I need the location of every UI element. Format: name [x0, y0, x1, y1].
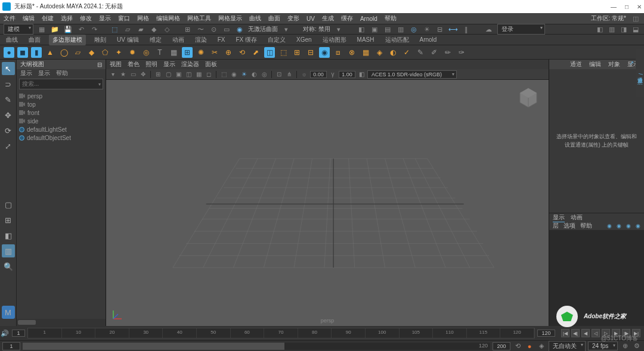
- menu-uv[interactable]: UV: [306, 15, 315, 22]
- account-dropdown[interactable]: 登录: [497, 24, 545, 35]
- outliner-menu-display[interactable]: 显示: [20, 69, 32, 77]
- snap-plane-icon[interactable]: ▭: [222, 24, 231, 34]
- shelf-combine-icon[interactable]: ⊞: [292, 47, 302, 58]
- vp-viewtransform-icon[interactable]: ◧: [357, 70, 366, 79]
- chevron-down-icon[interactable]: ▾: [334, 24, 343, 34]
- shelf-tab-render[interactable]: 渲染: [193, 35, 209, 45]
- shelf-soft-icon[interactable]: ✺: [196, 47, 206, 58]
- snap-curve-icon[interactable]: 〜: [196, 24, 205, 34]
- layout-four-icon[interactable]: ⊞: [2, 213, 15, 226]
- shelf-poly-cone-icon[interactable]: ▲: [45, 47, 55, 58]
- toggle-panel-icon[interactable]: ‖: [462, 24, 471, 34]
- shelf-poly-disc-icon[interactable]: ◆: [86, 47, 97, 58]
- vp-menu-lighting[interactable]: 照明: [145, 60, 157, 69]
- render-split-icon[interactable]: ⟷: [448, 24, 458, 34]
- shelf-gear-icon[interactable]: ✹: [127, 47, 138, 58]
- layout-outliner-icon[interactable]: ◧: [2, 229, 15, 242]
- play-prev-icon[interactable]: ◀: [581, 329, 590, 337]
- vp-xray-joints-icon[interactable]: ⋔: [285, 70, 293, 79]
- range-loop-icon[interactable]: ⟲: [513, 341, 522, 351]
- vp-image-plane-icon[interactable]: ▭: [129, 70, 137, 79]
- outliner-node-lightset[interactable]: defaultLightSet: [19, 125, 103, 133]
- vp-menu-panels[interactable]: 面板: [205, 60, 217, 69]
- vp-menu-shading[interactable]: 着色: [128, 60, 140, 69]
- workspace-label[interactable]: 工作区: 常规*: [591, 14, 626, 23]
- attr-tab-edit[interactable]: 编辑: [589, 60, 601, 69]
- menuset-dropdown[interactable]: 建模: [4, 24, 33, 35]
- save-scene-icon[interactable]: 💾: [63, 24, 73, 34]
- shelf-tab-xgen[interactable]: XGen: [294, 35, 314, 44]
- vp-safe-action-icon[interactable]: ◻: [205, 70, 213, 79]
- menu-file[interactable]: 文件: [4, 14, 16, 23]
- timeline-end-field[interactable]: 120: [537, 330, 555, 337]
- vp-shaded-icon[interactable]: ◉: [230, 70, 238, 79]
- redo-icon[interactable]: ↷: [89, 24, 99, 34]
- shelf-tab-custom[interactable]: 自定义: [265, 35, 288, 45]
- outliner-tree[interactable]: persp top front side defaultLightSet def…: [17, 91, 106, 319]
- search-icon[interactable]: 🔍: [2, 260, 15, 273]
- vp-near-input[interactable]: 0.00: [310, 71, 327, 78]
- layout-icon[interactable]: ◫: [631, 14, 640, 23]
- shelf-poly-torus-icon[interactable]: ◯: [58, 47, 69, 58]
- shelf-poly-cylinder-icon[interactable]: ▮: [31, 47, 42, 58]
- fps-dropdown[interactable]: 24 fps: [588, 341, 618, 350]
- new-scene-icon[interactable]: ▦: [37, 24, 47, 34]
- shelf-boolean-icon[interactable]: ⊗: [346, 47, 357, 58]
- shelf-superellipse-icon[interactable]: ✦: [113, 47, 124, 58]
- snap-point-icon[interactable]: ⊙: [209, 24, 218, 34]
- layer-vis4-icon[interactable]: ◉: [636, 223, 640, 229]
- vp-isolate-icon[interactable]: ◎: [260, 70, 268, 79]
- outliner-menu-help[interactable]: 帮助: [56, 69, 68, 77]
- outliner-node-side[interactable]: side: [19, 117, 103, 125]
- layer-list[interactable]: [549, 230, 644, 326]
- open-scene-icon[interactable]: 📁: [50, 24, 60, 34]
- shelf-target-weld-icon[interactable]: ⊕: [223, 47, 234, 58]
- vp-far-input[interactable]: 1.00: [339, 71, 355, 78]
- outliner-node-front[interactable]: front: [19, 108, 103, 117]
- timeline-audio-icon[interactable]: 🔊: [0, 328, 10, 338]
- shelf-bridge-icon[interactable]: ⬚: [278, 47, 289, 58]
- shelf-sweep-icon[interactable]: ⊞: [182, 47, 193, 58]
- rotate-tool-icon[interactable]: ⟳: [2, 124, 15, 137]
- shelf-poly-plane-icon[interactable]: ▱: [72, 47, 83, 58]
- menu-mesh[interactable]: 网格: [137, 14, 149, 23]
- shelf-tab-sculpt[interactable]: 雕刻: [92, 35, 109, 45]
- shelf-poly-cube-icon[interactable]: ◼: [17, 47, 28, 58]
- outliner-node-objectset[interactable]: defaultObjectSet: [19, 133, 103, 142]
- move-tool-icon[interactable]: ✥: [2, 108, 15, 122]
- attr-pop-icon[interactable]: ↗: [629, 60, 634, 66]
- shelf-tab-surfaces[interactable]: 曲面: [26, 35, 43, 45]
- undo-icon[interactable]: ↶: [76, 24, 86, 34]
- menu-modify[interactable]: 修改: [80, 14, 92, 23]
- outliner-search[interactable]: 搜索...: [19, 79, 103, 89]
- close-icon[interactable]: ✕: [637, 4, 642, 10]
- outliner-node-persp[interactable]: persp: [19, 92, 103, 100]
- shelf-tab-arnold[interactable]: Arnold: [417, 35, 439, 44]
- render-settings-icon[interactable]: ▥: [396, 24, 405, 34]
- panel-left-icon[interactable]: ◧: [595, 24, 605, 34]
- shelf-bevel-icon[interactable]: ◫: [264, 47, 275, 58]
- vp-menu-renderer[interactable]: 渲染器: [181, 60, 199, 69]
- layer-menu-opts[interactable]: 选项: [564, 222, 575, 230]
- play-fwd-icon[interactable]: ▷: [602, 329, 610, 337]
- range-key-icon[interactable]: ●: [525, 341, 534, 351]
- vp-menu-view[interactable]: 视图: [110, 60, 122, 69]
- scale-tool-icon[interactable]: ⤢: [2, 139, 15, 153]
- vp-2d-pan-icon[interactable]: ✥: [139, 70, 147, 79]
- shelf-svg-icon[interactable]: ▦: [168, 47, 179, 58]
- menu-help[interactable]: 帮助: [385, 14, 397, 23]
- shelf-multicut-icon[interactable]: ✂: [209, 47, 220, 58]
- render-setup-icon[interactable]: ⊟: [435, 24, 445, 34]
- sel-object-icon[interactable]: ◆: [149, 24, 159, 34]
- menu-deform[interactable]: 变形: [287, 14, 299, 23]
- range-auto-icon[interactable]: ◈: [537, 341, 546, 351]
- vp-field-chart-icon[interactable]: ▦: [194, 70, 203, 79]
- vp-res-gate-icon[interactable]: ▣: [174, 70, 182, 79]
- vp-exposure-icon[interactable]: ☼: [300, 70, 308, 79]
- menu-mesh-display[interactable]: 网格显示: [218, 14, 242, 23]
- panel-right-icon[interactable]: ◨: [619, 24, 628, 34]
- select-tool-icon[interactable]: ↖: [2, 62, 15, 75]
- shelf-quad-icon[interactable]: ◈: [374, 47, 385, 58]
- shelf-tab-rig[interactable]: 维定: [147, 35, 164, 45]
- shelf-tab-motion[interactable]: 运动图形: [320, 35, 349, 45]
